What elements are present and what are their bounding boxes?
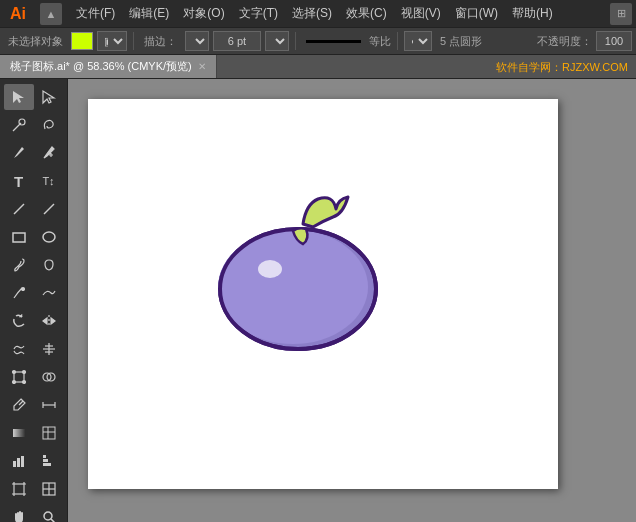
svg-rect-31 bbox=[43, 459, 48, 462]
pencil-tool[interactable] bbox=[4, 280, 34, 306]
bar-graph-tool[interactable] bbox=[4, 448, 34, 474]
svg-point-5 bbox=[21, 288, 24, 291]
tool-row-3 bbox=[0, 140, 67, 166]
fill-type-select[interactable]: ▣ bbox=[97, 31, 127, 51]
tool-row-1 bbox=[0, 84, 67, 110]
svg-point-1 bbox=[19, 119, 25, 125]
menu-object[interactable]: 对象(O) bbox=[177, 3, 230, 24]
artboard-tool[interactable] bbox=[4, 476, 34, 502]
menu-view[interactable]: 视图(V) bbox=[395, 3, 447, 24]
app-icon[interactable]: ▲ bbox=[40, 3, 62, 25]
tool-row-14 bbox=[0, 448, 67, 474]
document-tab[interactable]: 桃子图标.ai* @ 58.36% (CMYK/预览) ✕ bbox=[0, 55, 217, 78]
lasso-tool[interactable] bbox=[34, 112, 64, 138]
menu-edit[interactable]: 编辑(E) bbox=[123, 3, 175, 24]
magic-wand-tool[interactable] bbox=[4, 112, 34, 138]
svg-rect-13 bbox=[14, 372, 24, 382]
opacity-input[interactable] bbox=[596, 31, 632, 51]
blob-brush-tool[interactable] bbox=[34, 252, 64, 278]
equal-label: 等比 bbox=[369, 34, 391, 49]
rotate-tool[interactable] bbox=[4, 308, 34, 334]
ellipse-tool[interactable] bbox=[34, 224, 64, 250]
svg-rect-3 bbox=[13, 233, 25, 242]
tab-bar: 桃子图标.ai* @ 58.36% (CMYK/预览) ✕ 软件自学网：RJZX… bbox=[0, 55, 636, 79]
toolbar: 未选择对象 ▣ 描边： ◇ ▼ 等比 ● 5 点圆形 不透明度： bbox=[0, 27, 636, 55]
shape-builder-tool[interactable] bbox=[34, 364, 64, 390]
menu-effect[interactable]: 效果(C) bbox=[340, 3, 393, 24]
svg-rect-32 bbox=[43, 463, 51, 466]
point-label: 5 点圆形 bbox=[436, 34, 486, 49]
fill-color-box[interactable] bbox=[71, 32, 93, 50]
svg-rect-34 bbox=[14, 484, 24, 494]
stroke-preview bbox=[306, 40, 361, 43]
measure-tool[interactable] bbox=[34, 392, 64, 418]
svg-point-15 bbox=[22, 371, 25, 374]
tool-row-15 bbox=[0, 476, 67, 502]
width-tool[interactable] bbox=[34, 336, 64, 362]
svg-line-20 bbox=[19, 401, 23, 405]
eggplant-svg bbox=[188, 179, 408, 359]
menu-type[interactable]: 文字(T) bbox=[233, 3, 284, 24]
tool-row-2 bbox=[0, 112, 67, 138]
line-tool[interactable] bbox=[4, 196, 34, 222]
paintbrush-tool[interactable] bbox=[4, 252, 34, 278]
mesh-tool[interactable] bbox=[34, 420, 64, 446]
tool-row-8 bbox=[0, 280, 67, 306]
svg-point-17 bbox=[22, 381, 25, 384]
column-graph-tool[interactable] bbox=[34, 448, 64, 474]
menu-window[interactable]: 窗口(W) bbox=[449, 3, 504, 24]
website-label: 软件自学网：RJZXW.COM bbox=[496, 55, 636, 78]
grid-icon[interactable]: ⊞ bbox=[610, 3, 632, 25]
point-style-select[interactable]: ● bbox=[404, 31, 432, 51]
svg-rect-24 bbox=[13, 429, 25, 437]
artboard bbox=[88, 99, 558, 489]
free-transform-tool[interactable] bbox=[4, 364, 34, 390]
tool-row-7 bbox=[0, 252, 67, 278]
menu-help[interactable]: 帮助(H) bbox=[506, 3, 559, 24]
svg-rect-30 bbox=[21, 456, 24, 467]
main-area: T T↕ bbox=[0, 79, 636, 522]
reflect-tool[interactable] bbox=[34, 308, 64, 334]
selection-tool[interactable] bbox=[4, 84, 34, 110]
vertical-type-icon: T↕ bbox=[42, 175, 54, 187]
opacity-label: 不透明度： bbox=[537, 34, 592, 49]
stroke-label: 描边： bbox=[140, 34, 181, 49]
slice-tool[interactable] bbox=[34, 476, 64, 502]
tool-row-11 bbox=[0, 364, 67, 390]
stroke-unit-select[interactable]: ▼ bbox=[265, 31, 289, 51]
left-toolbar: T T↕ bbox=[0, 79, 68, 522]
stroke-style-select[interactable]: ◇ bbox=[185, 31, 209, 51]
menu-file[interactable]: 文件(F) bbox=[70, 3, 121, 24]
pen-tool[interactable] bbox=[4, 140, 34, 166]
tool-row-13 bbox=[0, 420, 67, 446]
stroke-size-input[interactable] bbox=[213, 31, 261, 51]
svg-rect-28 bbox=[13, 461, 16, 467]
vertical-type-tool[interactable]: T↕ bbox=[34, 168, 64, 194]
selection-label: 未选择对象 bbox=[4, 34, 67, 49]
eyedropper-tool[interactable] bbox=[4, 392, 34, 418]
svg-rect-29 bbox=[17, 458, 20, 467]
type-tool[interactable]: T bbox=[4, 168, 34, 194]
svg-point-16 bbox=[12, 381, 15, 384]
svg-line-2 bbox=[14, 204, 24, 214]
menu-bar: Ai ▲ 文件(F) 编辑(E) 对象(O) 文字(T) 选择(S) 效果(C)… bbox=[0, 0, 636, 27]
type-icon: T bbox=[14, 173, 23, 190]
tool-row-10 bbox=[0, 336, 67, 362]
app-logo: Ai bbox=[4, 5, 32, 23]
svg-point-4 bbox=[43, 232, 55, 242]
smooth-tool[interactable] bbox=[34, 280, 64, 306]
add-anchor-tool[interactable] bbox=[34, 140, 64, 166]
tool-row-6 bbox=[0, 224, 67, 250]
tab-close-button[interactable]: ✕ bbox=[198, 61, 206, 72]
hand-tool[interactable] bbox=[4, 504, 34, 522]
canvas-area[interactable] bbox=[68, 79, 636, 522]
menu-select[interactable]: 选择(S) bbox=[286, 3, 338, 24]
zoom-tool[interactable] bbox=[34, 504, 64, 522]
eggplant-illustration bbox=[188, 179, 408, 359]
tool-row-9 bbox=[0, 308, 67, 334]
gradient-tool[interactable] bbox=[4, 420, 34, 446]
rect-tool[interactable] bbox=[4, 224, 34, 250]
warp-tool[interactable] bbox=[4, 336, 34, 362]
direct-selection-tool[interactable] bbox=[34, 84, 64, 110]
arc-tool[interactable] bbox=[34, 196, 64, 222]
